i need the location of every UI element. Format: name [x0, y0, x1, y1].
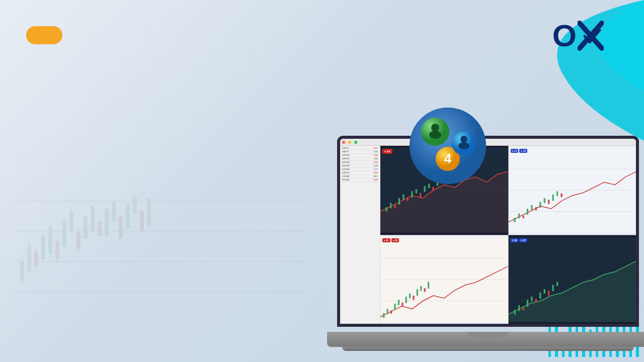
svg-rect-84 [428, 282, 429, 289]
window-maximize-dot [354, 141, 357, 144]
svg-rect-80 [413, 295, 414, 299]
svg-rect-93 [526, 300, 528, 307]
svg-rect-96 [539, 292, 541, 299]
chart-panel-2: L 14 L 15 [509, 146, 636, 235]
svg-rect-27 [119, 216, 123, 239]
badge-sell-3b: s 82 [391, 238, 399, 242]
svg-rect-100 [556, 282, 558, 286]
sidebar-item-eurupy: EURJPY1.072 [341, 147, 379, 150]
mt4-icon-svg: 4 [408, 106, 488, 186]
badge-sell-2: L 15 [519, 149, 527, 153]
badge-buy-4b: L 87 [519, 238, 527, 242]
chart-badge-3: s 81 s 82 [382, 238, 399, 242]
svg-rect-26 [112, 201, 116, 221]
svg-rect-67 [560, 194, 562, 197]
mt4-icon: 4 [408, 106, 488, 186]
svg-rect-57 [518, 214, 520, 219]
svg-rect-94 [531, 297, 532, 302]
svg-rect-62 [539, 202, 541, 208]
svg-rect-39 [386, 207, 387, 211]
logo-letter-x [578, 20, 604, 51]
svg-rect-58 [522, 216, 524, 218]
svg-rect-23 [91, 206, 95, 231]
sidebar-item-audusd: AUDUSD0.654 [341, 161, 379, 164]
svg-point-110 [458, 142, 469, 149]
svg-rect-41 [394, 205, 395, 208]
sidebar-item-gbpcad: GBPUSD1.682 [341, 157, 379, 161]
svg-rect-99 [552, 285, 553, 291]
chart-badge-4: L 86 L 87 [511, 238, 528, 242]
svg-rect-40 [390, 203, 391, 209]
svg-rect-98 [548, 291, 549, 296]
mt4-body: EURJPY1.072 GBPJPY1.265 GBPCAD1.358 GBPU… [340, 146, 636, 324]
svg-rect-42 [398, 198, 400, 205]
sidebar-item-gbpjpy: USDCAD189.2 [341, 175, 379, 178]
chart-panel-4: L 86 L 87 [509, 235, 636, 324]
bg-candlestick-chart [15, 171, 307, 322]
svg-rect-61 [535, 207, 536, 210]
window-minimize-dot [348, 141, 351, 144]
mt4-menubar [340, 139, 636, 146]
svg-rect-56 [514, 218, 515, 222]
sidebar-item-nzdusd2: NZDCAD0.598 [341, 178, 379, 182]
svg-rect-79 [409, 293, 411, 298]
svg-rect-44 [407, 197, 409, 201]
badge-sell-1: s 92 [382, 149, 392, 154]
svg-point-109 [460, 136, 467, 143]
svg-rect-76 [398, 300, 399, 305]
svg-rect-63 [543, 198, 545, 203]
chart-badge-1: s 92 [382, 149, 392, 154]
svg-text:4: 4 [444, 151, 452, 166]
mt4-sidebar: EURJPY1.072 GBPJPY1.265 GBPCAD1.358 GBPU… [340, 146, 380, 324]
badge-buy-4: L 86 [511, 238, 519, 242]
svg-rect-43 [403, 195, 404, 200]
svg-rect-92 [522, 307, 524, 310]
svg-rect-91 [518, 305, 520, 311]
svg-rect-73 [387, 309, 388, 314]
sidebar-item-gbpupy: GBPJPY1.265 [341, 150, 379, 154]
svg-rect-59 [526, 209, 528, 215]
svg-rect-29 [133, 196, 137, 214]
svg-rect-47 [420, 193, 421, 198]
svg-rect-60 [531, 205, 532, 210]
svg-rect-46 [416, 189, 417, 193]
svg-rect-82 [420, 286, 422, 291]
svg-rect-24 [98, 221, 102, 236]
badge-buy-2: L 14 [511, 149, 519, 153]
chart-badge-2: L 14 L 15 [511, 149, 528, 153]
svg-rect-72 [383, 313, 384, 318]
svg-rect-74 [390, 310, 392, 313]
logo-letter-o: O [552, 20, 577, 51]
svg-rect-50 [433, 187, 434, 191]
svg-rect-65 [552, 195, 553, 201]
laptop-base [327, 332, 644, 347]
svg-rect-66 [556, 191, 558, 196]
svg-rect-78 [406, 297, 407, 303]
svg-rect-22 [84, 216, 88, 239]
sidebar-item-usdcad: GBPCAD1.358 [341, 154, 379, 157]
svg-rect-45 [411, 191, 413, 198]
svg-rect-83 [424, 288, 426, 292]
logo-container: O [552, 20, 604, 53]
svg-rect-64 [548, 200, 549, 204]
svg-rect-28 [126, 204, 130, 229]
svg-rect-48 [424, 186, 426, 192]
window-close-dot [342, 141, 345, 144]
svg-point-105 [429, 131, 441, 139]
svg-rect-77 [401, 302, 403, 306]
svg-rect-81 [417, 289, 418, 296]
chart-svg-2 [509, 146, 636, 235]
badge-sell-3: s 81 [382, 238, 390, 242]
chart-svg-3 [380, 235, 508, 324]
svg-rect-31 [147, 199, 151, 226]
svg-rect-97 [543, 289, 545, 293]
laptop-screen: EURJPY1.072 GBPJPY1.265 GBPCAD1.358 GBPU… [337, 136, 639, 327]
svg-rect-75 [394, 303, 395, 310]
svg-rect-90 [514, 310, 515, 315]
laptop-screen-inner: EURJPY1.072 GBPJPY1.265 GBPCAD1.358 GBPU… [340, 139, 636, 324]
chart-svg-4 [509, 235, 636, 324]
laptop-foot [342, 347, 634, 351]
sidebar-item-nzdusd: NZDUSD0.598 [341, 164, 379, 168]
logo-ox: O [552, 20, 604, 51]
laptop-notch [468, 332, 508, 338]
